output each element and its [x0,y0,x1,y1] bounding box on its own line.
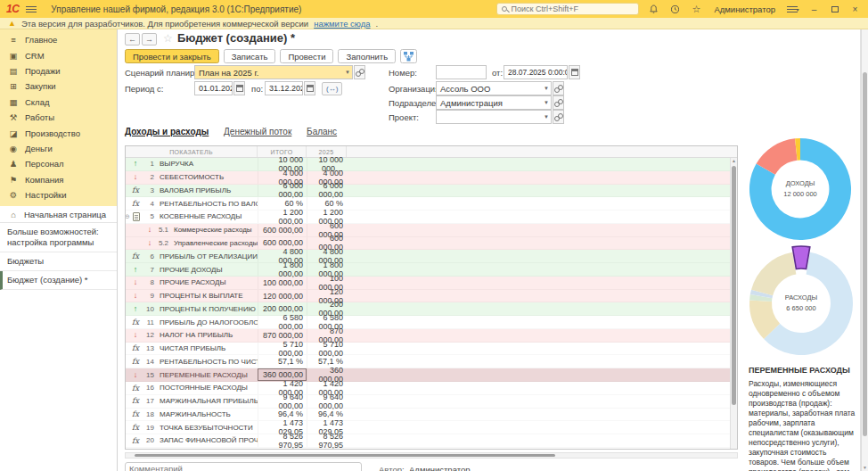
chevron-down-icon[interactable]: ▼ [541,86,549,91]
project-input[interactable]: ▼ [436,110,552,124]
history-icon[interactable] [667,4,682,14]
table-row[interactable]: fx6ПРИБЫЛЬ ОТ РЕАЛИЗАЦИИ4 800 000,004 80… [126,250,737,263]
column-header-indicator[interactable]: ПОКАЗАТЕЛЬ [126,146,258,157]
table-row[interactable]: ↓2СЕБЕСТОИМОСТЬ4 000 000,004 000 000,00 [126,171,737,185]
scenario-input[interactable]: План на 2025 г.▼ [194,65,353,79]
sidebar-item-company[interactable]: ⚑Компания [0,172,117,187]
total-value[interactable]: 600 000,00 [258,224,307,236]
donut-segment[interactable] [751,252,796,295]
total-value[interactable]: 6 580 000,00 [258,316,307,328]
table-row[interactable]: ↑1ВЫРУЧКА10 000 000,0010 000 000… [126,158,737,171]
scrollbar-thumb[interactable] [732,166,736,405]
notifications-bell-icon[interactable] [646,4,660,14]
table-row[interactable]: fx13ЧИСТАЯ ПРИБЫЛЬ5 710 000,005 710 000,… [126,343,737,356]
project-open-link-button[interactable] [553,110,564,124]
table-vertical-scrollbar[interactable]: ▲ [730,158,737,449]
date-calendar-icon[interactable] [569,65,580,79]
favorites-star-icon[interactable]: ☆ [689,4,703,15]
sidebar-link-budgets[interactable]: Бюджеты [0,252,117,271]
sidebar-item-warehouse[interactable]: ▦Склад [0,95,117,110]
period-from-calendar-icon[interactable] [233,81,245,95]
favorite-star-icon[interactable]: ☆ [163,32,173,45]
period-to-input[interactable]: 31.12.2025 [265,81,303,95]
main-menu-icon[interactable] [26,5,37,13]
table-row[interactable]: ↓8ПРОЧИЕ РАСХОДЫ100 000,00100 000,00 [126,277,737,290]
table-row[interactable]: ↑7ПРОЧИЕ ДОХОДЫ1 800 000,001 800 000,00 [126,263,737,277]
year-2025-value[interactable]: 9 640 000,00 [307,395,347,408]
user-menu-icon[interactable]: ▾ [786,5,800,13]
period-variant-button[interactable]: (↔) [322,82,342,95]
warning-link[interactable]: нажмите сюда [314,19,370,29]
forward-button[interactable]: → [142,33,157,45]
sidebar-item-settings[interactable]: ⚙Настройки [0,187,117,202]
year-2025-value[interactable]: 5 710 000,00 [307,343,347,355]
sidebar-item-home[interactable]: ⌂ Начальная страница [0,206,117,223]
period-to-calendar-icon[interactable] [304,81,315,95]
save-button[interactable]: Записать [224,49,276,63]
total-value[interactable]: 9 640 000,00 [258,395,307,408]
income-donut-chart[interactable]: ДОХОДЫ12 000 000 [748,136,853,242]
tab-cash-flow[interactable]: Денежный поток [224,127,291,136]
year-2025-value[interactable]: 6 000 000,00 [307,185,347,197]
department-input[interactable]: Администрация▼ [436,95,552,110]
fill-button[interactable]: Заполнить [338,49,396,63]
table-row[interactable]: fx19ТОЧКА БЕЗУБЫТОЧНОСТИ1 473 029,051 47… [126,421,737,434]
total-value[interactable]: 1 200 000,00 [258,211,307,223]
table-row[interactable]: fx17МАРЖИНАЛЬНАЯ ПРИБЫЛЬ9 640 000,009 64… [126,395,737,409]
year-2025-value[interactable]: 8 526 970,95 [307,434,347,447]
table-row[interactable]: ↓15ПЕРЕМЕННЫЕ РАСХОДЫ360 000,00360 000,0… [126,368,737,382]
total-value[interactable]: 57,1 % [258,355,307,368]
chevron-down-icon[interactable]: ▼ [541,114,549,120]
chevron-down-icon[interactable]: ▼ [342,70,350,75]
period-from-input[interactable]: 01.01.2025 [194,81,233,95]
table-row[interactable]: fx3ВАЛОВАЯ ПРИБЫЛЬ6 000 000,006 000 000,… [126,185,737,198]
table-row[interactable]: ↑10ПРОЦЕНТЫ К ПОЛУЧЕНИЮ200 000,00200 000… [126,302,737,316]
global-search[interactable] [496,3,639,15]
table-row[interactable]: fx4РЕНТАБЕЛЬНОСТЬ ПО ВАЛОВОЙ ПРИ…60 %60 … [126,197,737,211]
scrollbar-thumb[interactable] [863,72,867,436]
sidebar-item-staff[interactable]: ♟Персонал [0,156,117,171]
current-user[interactable]: Администратор [714,4,775,14]
scrollbar-thumb[interactable] [135,454,555,457]
scenario-open-link-button[interactable] [354,65,365,79]
organization-input[interactable]: Ассоль ООО▼ [436,81,552,95]
chevron-down-icon[interactable]: ▼ [541,100,549,105]
table-row[interactable]: ↓5.1Коммерческие расходы600 000,00600 00… [126,224,737,237]
maximize-button[interactable] [828,4,841,14]
department-open-link-button[interactable] [553,95,564,110]
total-value[interactable]: 120 000,00 [258,290,307,302]
sidebar-item-sales[interactable]: ▤Продажи [0,63,117,78]
table-row[interactable]: fx20ЗАПАС ФИНАНСОВОЙ ПРОЧНОСТИ, …8 526 9… [126,434,737,448]
table-row[interactable]: ↓12НАЛОГ НА ПРИБЫЛЬ870 000,00870 000,00 [126,329,737,343]
sidebar-item-production[interactable]: ◪Производство [0,125,117,140]
sidebar-item-main[interactable]: ≡Главное [0,32,117,47]
date-input[interactable]: 28.07.2025 0:00:00 [504,65,568,79]
table-row[interactable]: ↓5.2Управленческие расходы600 000,00600 … [126,237,737,251]
sidebar-link-budget-new[interactable]: Бюджет (создание) * [0,271,117,290]
total-value[interactable]: 8 526 970,95 [258,434,307,447]
table-row[interactable]: fx18МАРЖИНАЛЬНОСТЬ96,4 %96,4 % [126,409,737,422]
comment-input[interactable] [125,462,362,471]
minimize-button[interactable]: – [807,4,821,14]
post-button[interactable]: Провести [280,49,333,63]
table-row[interactable]: fx14РЕНТАБЕЛЬНОСТЬ ПО ЧИСТОЙ ПРИБ…57,1 %… [126,355,737,368]
table-horizontal-scrollbar[interactable] [125,452,738,459]
post-and-close-button[interactable]: Провести и закрыть [125,49,219,63]
table-row[interactable]: 5КОСВЕННЫЕ РАСХОДЫ1 200 000,001 200 000,… [126,211,737,224]
structure-fill-icon-button[interactable] [400,49,417,63]
tab-balance[interactable]: Баланс [307,127,337,136]
sidebar-item-purchases[interactable]: ⊞Закупки [0,78,117,94]
table-row[interactable]: fx16ПОСТОЯННЫЕ РАСХОДЫ1 420 000,001 420 … [126,382,737,395]
sidebar-item-works[interactable]: ⚒Работы [0,110,117,125]
table-row[interactable]: fx11ПРИБЫЛЬ ДО НАЛОГООБЛОЖЕНИЯ6 580 000,… [126,316,737,329]
sidebar-link-more-features[interactable]: Больше возможностей: настройка программы [0,223,117,252]
scroll-up-icon[interactable]: ▲ [731,158,737,163]
close-window-button[interactable]: × [848,4,862,14]
search-input[interactable] [511,4,618,13]
total-value[interactable]: 100 000,00 [258,277,307,289]
expense-donut-chart[interactable]: РАСХОДЫ6 650 000 [748,250,855,357]
sidebar-item-crm[interactable]: ▣CRM [0,47,117,62]
total-value[interactable]: 5 710 000,00 [258,343,307,355]
back-button[interactable]: ← [125,33,140,45]
organization-open-link-button[interactable] [553,81,564,95]
